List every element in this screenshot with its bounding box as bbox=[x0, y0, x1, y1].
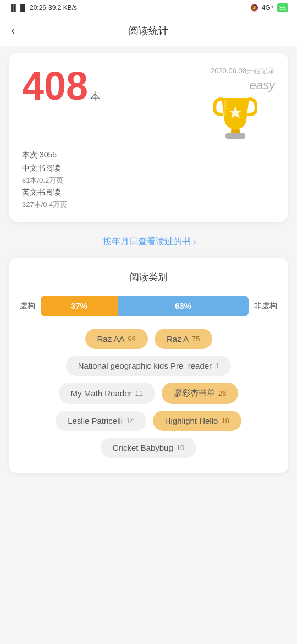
tag-count: 75 bbox=[192, 335, 200, 343]
tag-count: 11 bbox=[135, 389, 142, 397]
tags-container: Raz AA96Raz A75National geographic kids … bbox=[20, 329, 277, 458]
session-count: 本次 3055 bbox=[22, 149, 275, 162]
english-detail: 327本/0.4万页 bbox=[22, 199, 275, 211]
fiction-label: 虚构 bbox=[20, 301, 35, 311]
chinese-label: 中文书阅读 bbox=[22, 162, 275, 175]
tag-count: 26 bbox=[218, 389, 226, 397]
fiction-pct: 37% bbox=[71, 301, 87, 310]
tag-count: 1 bbox=[215, 362, 219, 370]
category-card: 阅读类别 虚构 37% 63% 非虚构 Raz AA96Raz A75Natio… bbox=[9, 258, 288, 473]
level-label: easy bbox=[211, 78, 275, 92]
svg-rect-1 bbox=[226, 133, 245, 139]
tag-item[interactable]: 廖彩杏书单26 bbox=[162, 383, 238, 404]
tag-item[interactable]: Raz A75 bbox=[155, 329, 212, 349]
tag-item[interactable]: National geographic kids Pre_reader1 bbox=[66, 356, 232, 376]
tag-label: Raz AA bbox=[97, 334, 125, 343]
stats-right: 2020.06.08开始记录 easy bbox=[211, 66, 275, 142]
alarm-icon: 🔕 bbox=[250, 4, 258, 12]
tag-label: My Math Reader bbox=[71, 389, 132, 398]
status-bar: ▐▌▐▌ 20:26 39.2 KB/s 🔕 4G⁺ 35 bbox=[0, 0, 297, 15]
trophy-icon bbox=[211, 92, 260, 142]
tag-item[interactable]: My Math Reader11 bbox=[59, 383, 155, 404]
start-date: 2020.06.08开始记录 bbox=[211, 66, 275, 76]
back-button[interactable]: ‹ bbox=[11, 24, 15, 38]
arrow-icon: › bbox=[193, 237, 196, 246]
tag-count: 10 bbox=[177, 444, 184, 452]
tag-label: Highlight Hello bbox=[165, 416, 218, 425]
book-unit: 本 bbox=[90, 91, 100, 102]
tag-count: 96 bbox=[128, 335, 136, 343]
tag-label: 廖彩杏书单 bbox=[174, 388, 215, 399]
status-left: ▐▌▐▌ 20:26 39.2 KB/s bbox=[9, 4, 77, 12]
page-title: 阅读统计 bbox=[129, 24, 168, 37]
tag-label: Leslie Patricelli bbox=[68, 416, 123, 425]
english-label: 英文书阅读 bbox=[22, 186, 275, 199]
svg-rect-0 bbox=[231, 129, 240, 134]
tag-item[interactable]: Cricket Babybug10 bbox=[101, 438, 197, 458]
book-count: 408 bbox=[22, 64, 88, 108]
tag-item[interactable]: Raz AA96 bbox=[85, 329, 148, 349]
stats-count-section: 408本 bbox=[22, 66, 100, 106]
category-title: 阅读类别 bbox=[20, 271, 277, 283]
tag-count: 14 bbox=[126, 417, 134, 425]
nonfiction-label: 非虚构 bbox=[254, 301, 277, 311]
time: 20:26 bbox=[30, 4, 46, 12]
stats-details: 本次 3055 中文书阅读 81本/0.2万页 英文书阅读 327本/0.4万页 bbox=[22, 149, 275, 211]
battery: 35 bbox=[277, 3, 288, 12]
tag-label: National geographic kids Pre_reader bbox=[78, 361, 212, 370]
signal-icons: ▐▌▐▌ bbox=[9, 4, 28, 12]
tag-label: Cricket Babybug bbox=[113, 443, 173, 452]
tag-count: 18 bbox=[221, 417, 229, 425]
chinese-detail: 81本/0.2万页 bbox=[22, 175, 275, 187]
tag-label: Raz A bbox=[167, 334, 189, 343]
header: ‹ 阅读统计 bbox=[0, 15, 297, 46]
stats-card: 408本 2020.06.08开始记录 easy bbox=[9, 53, 288, 222]
speed: 39.2 KB/s bbox=[48, 4, 77, 12]
stats-top: 408本 2020.06.08开始记录 easy bbox=[22, 66, 275, 142]
bar-chart: 37% 63% bbox=[41, 296, 249, 316]
network-icon: 4G⁺ bbox=[262, 4, 274, 12]
status-right: 🔕 4G⁺ 35 bbox=[250, 3, 288, 12]
nonfiction-bar: 63% bbox=[118, 296, 249, 316]
date-browse-text: 按年月日查看读过的书 bbox=[103, 237, 191, 246]
tag-item[interactable]: Leslie Patricelli14 bbox=[56, 411, 146, 431]
bar-row: 虚构 37% 63% 非虚构 bbox=[20, 296, 277, 316]
nonfiction-pct: 63% bbox=[175, 301, 191, 310]
tag-item[interactable]: Highlight Hello18 bbox=[153, 411, 241, 431]
fiction-bar: 37% bbox=[41, 296, 118, 316]
date-browse-link[interactable]: 按年月日查看读过的书› bbox=[0, 228, 297, 253]
